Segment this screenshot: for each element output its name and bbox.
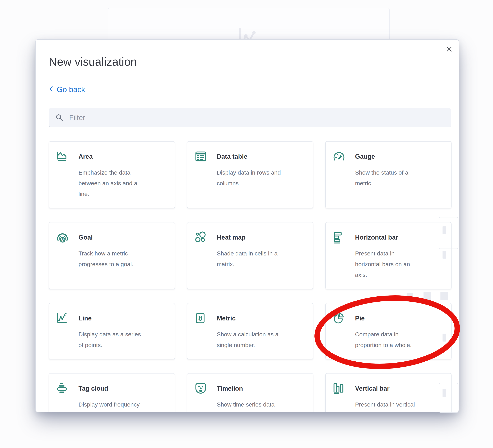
svg-text:8: 8 [61, 237, 64, 243]
card-description: Show time series data on a graph. [217, 399, 298, 412]
card-description: Compare data in proportion to a whole. [355, 329, 436, 350]
vis-card-pie[interactable]: Pie Compare data in proportion to a whol… [325, 303, 451, 359]
card-description: Track how a metric progresses to a goal. [78, 248, 160, 269]
card-title: Horizontal bar [355, 234, 398, 241]
card-description: Display word frequency with font size. [78, 399, 160, 412]
background-fragment [440, 292, 448, 300]
card-title: Data table [217, 153, 247, 160]
card-description: Display data as a series of points. [78, 329, 160, 350]
vis-card-vertical-bar[interactable]: Vertical bar Present data in vertical ba… [325, 373, 451, 412]
background-fragment [443, 334, 446, 342]
new-visualization-modal: New visualization Go back Area [35, 39, 459, 412]
vis-card-gauge[interactable]: Gauge Show the status of a metric. [325, 141, 451, 208]
filter-input[interactable] [49, 108, 451, 127]
card-description: Present data in horizontal bars on an ax… [355, 248, 436, 280]
timelion-icon [194, 382, 207, 395]
line-chart-icon [56, 312, 69, 325]
svg-text:8: 8 [198, 314, 202, 322]
vis-card-timelion[interactable]: Timelion Show time series data on a grap… [187, 373, 313, 412]
card-title: Heat map [217, 234, 246, 241]
card-title: Gauge [355, 153, 375, 160]
vertical-bar-icon [333, 382, 345, 395]
vis-card-horizontal-bar[interactable]: Horizontal bar Present data in horizonta… [325, 222, 451, 289]
background-card-outline [439, 217, 459, 249]
card-title: Timelion [217, 385, 243, 392]
vis-card-area[interactable]: Area Emphasize the data between an axis … [49, 141, 175, 208]
gauge-icon [333, 150, 345, 163]
background-fragment [424, 292, 431, 300]
card-title: Line [78, 315, 92, 322]
vis-card-metric[interactable]: 8 Metric Show a calculation as a single … [187, 303, 313, 359]
horizontal-bar-icon [333, 231, 345, 244]
card-description: Show the status of a metric. [355, 167, 436, 189]
visualization-type-grid: Area Emphasize the data between an axis … [49, 141, 451, 412]
area-chart-icon [56, 150, 69, 163]
card-title: Goal [78, 234, 93, 241]
heat-map-icon [194, 231, 207, 244]
card-description: Present data in vertical bars on an axis… [355, 399, 436, 412]
vis-card-line[interactable]: Line Display data as a series of points. [49, 303, 175, 359]
tag-cloud-icon [56, 382, 69, 395]
background-card-outline [439, 383, 459, 413]
card-description: Display data in rows and columns. [217, 167, 298, 189]
card-title: Vertical bar [355, 385, 390, 392]
background-fragment [443, 251, 446, 258]
vis-card-data-table[interactable]: Data table Display data in rows and colu… [187, 141, 313, 208]
chevron-left-icon [49, 85, 53, 94]
close-icon[interactable] [444, 44, 454, 54]
card-description: Show a calculation as a single number. [217, 329, 298, 350]
modal-title: New visualization [49, 55, 451, 69]
metric-icon: 8 [194, 312, 207, 325]
vis-card-heat-map[interactable]: Heat map Shade data in cells in a matrix… [187, 222, 313, 289]
card-title: Area [78, 153, 93, 160]
card-description: Shade data in cells in a matrix. [217, 248, 298, 269]
card-title: Metric [217, 315, 235, 322]
background-fragment [407, 293, 413, 300]
vis-card-tag-cloud[interactable]: Tag cloud Display word frequency with fo… [49, 373, 175, 412]
go-back-link[interactable]: Go back [49, 85, 85, 94]
card-title: Pie [355, 315, 365, 322]
card-title: Tag cloud [78, 385, 108, 392]
data-table-icon [194, 150, 207, 163]
vis-card-goal[interactable]: 8 Goal Track how a metric progresses to … [49, 222, 175, 289]
card-description: Emphasize the data between an axis and a… [78, 167, 160, 199]
go-back-label: Go back [57, 85, 85, 94]
pie-chart-icon [333, 312, 345, 325]
goal-icon: 8 [56, 231, 69, 244]
